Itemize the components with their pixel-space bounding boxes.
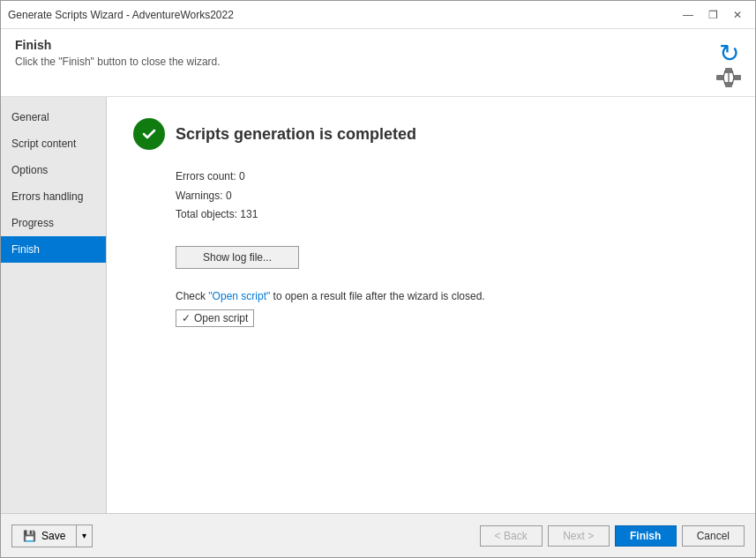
cancel-button[interactable]: Cancel [682, 525, 745, 547]
back-button[interactable]: < Back [480, 525, 543, 547]
wizard-icon: ↻ [716, 38, 741, 87]
save-button[interactable]: 💾 Save [11, 525, 76, 547]
main-content: General Script content Options Errors ha… [1, 97, 755, 513]
header-section: Finish Click the "Finish" button to clos… [1, 29, 755, 97]
header-left: Finish Click the "Finish" button to clos… [15, 38, 221, 68]
main-window: Generate Scripts Wizard - AdventureWorks… [0, 0, 756, 558]
svg-rect-2 [734, 75, 741, 80]
save-disk-icon: 💾 [23, 530, 36, 542]
header-subtitle: Click the "Finish" button to close the w… [15, 56, 221, 68]
footer: 💾 Save ▾ < Back Next > Finish Cancel [1, 513, 755, 557]
svg-rect-0 [716, 75, 723, 80]
open-script-checkbox-row[interactable]: ✓ Open script [176, 309, 729, 327]
chevron-down-icon: ▾ [82, 531, 86, 540]
sidebar-item-finish[interactable]: Finish [1, 236, 106, 263]
open-script-keyword: "Open script" [208, 290, 270, 302]
sidebar-item-general[interactable]: General [1, 104, 106, 130]
show-log-button[interactable]: Show log file... [176, 246, 299, 269]
success-icon [133, 118, 165, 150]
sidebar-item-script-content[interactable]: Script content [1, 130, 106, 157]
completion-header: Scripts generation is completed [133, 118, 729, 150]
checkmark-svg [140, 125, 158, 143]
network-icon [716, 68, 741, 87]
sidebar-item-progress[interactable]: Progress [1, 210, 106, 236]
open-script-note: Check "Open script" to open a result fil… [176, 290, 729, 302]
svg-line-7 [723, 78, 725, 85]
save-dropdown-button[interactable]: ▾ [76, 525, 93, 547]
checkmark-symbol: ✓ [182, 312, 191, 324]
svg-line-4 [723, 71, 725, 78]
sidebar-item-errors-handling[interactable]: Errors handling [1, 183, 106, 210]
finish-button[interactable]: Finish [615, 525, 677, 547]
total-objects: Total objects: 131 [176, 205, 729, 225]
header-title: Finish [15, 38, 221, 52]
minimize-button[interactable]: — [677, 6, 699, 24]
footer-left: 💾 Save ▾ [11, 525, 93, 547]
open-script-label: Open script [194, 312, 248, 324]
save-label: Save [41, 530, 65, 542]
stats-section: Errors count: 0 Warnings: 0 Total object… [176, 167, 729, 225]
wizard-graphic: ↻ [716, 41, 741, 87]
window-title: Generate Scripts Wizard - AdventureWorks… [8, 9, 234, 21]
content-area: Scripts generation is completed Errors c… [107, 97, 755, 513]
title-bar-controls: — ❐ ✕ [677, 6, 748, 24]
warnings-count: Warnings: 0 [176, 187, 729, 206]
sidebar: General Script content Options Errors ha… [1, 97, 107, 513]
sidebar-item-options[interactable]: Options [1, 157, 106, 183]
title-bar: Generate Scripts Wizard - AdventureWorks… [1, 1, 755, 29]
svg-rect-3 [725, 82, 732, 87]
svg-rect-1 [725, 68, 732, 73]
completion-title: Scripts generation is completed [176, 125, 416, 144]
save-button-group: 💾 Save ▾ [11, 525, 93, 547]
close-button[interactable]: ✕ [727, 6, 748, 24]
svg-line-5 [732, 71, 734, 78]
restore-button[interactable]: ❐ [702, 6, 723, 24]
wizard-arrow-icon: ↻ [719, 41, 739, 66]
open-script-section: Check "Open script" to open a result fil… [176, 290, 729, 327]
errors-count: Errors count: 0 [176, 167, 729, 187]
title-bar-left: Generate Scripts Wizard - AdventureWorks… [8, 9, 234, 21]
svg-line-8 [732, 78, 734, 85]
next-button[interactable]: Next > [548, 525, 610, 547]
footer-right: < Back Next > Finish Cancel [480, 525, 745, 547]
open-script-checkbox[interactable]: ✓ Open script [176, 309, 254, 327]
